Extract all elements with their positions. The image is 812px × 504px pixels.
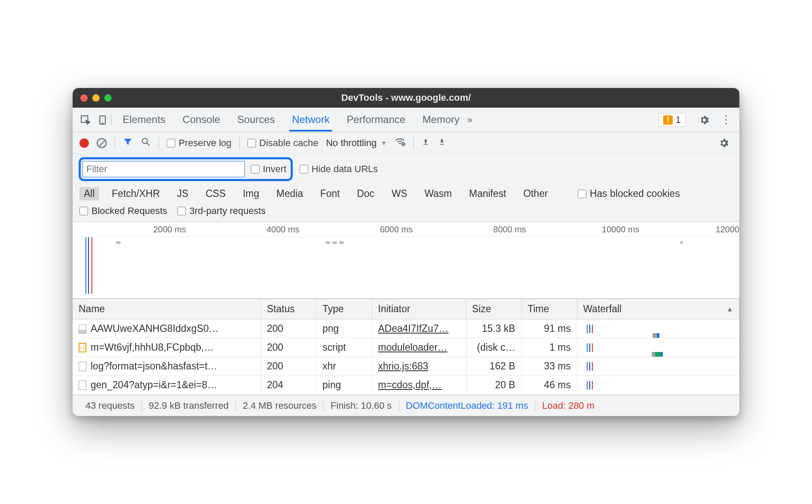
inspect-element-icon[interactable] [77, 114, 94, 126]
table-row[interactable]: <>m=Wt6vjf,hhhU8,FCpbqb,…200scriptmodule… [73, 338, 739, 357]
import-har-icon[interactable] [421, 138, 430, 149]
tab-elements[interactable]: Elements [120, 108, 168, 132]
invert-label: Invert [263, 164, 286, 175]
device-toolbar-icon[interactable] [94, 114, 111, 126]
requests-table: Name Status Type Initiator Size Time Wat… [73, 299, 739, 395]
col-type[interactable]: Type [316, 299, 372, 319]
request-time: 33 ms [521, 357, 577, 376]
type-fetch-xhr[interactable]: Fetch/XHR [108, 187, 164, 200]
settings-icon[interactable] [696, 114, 713, 126]
preserve-log-checkbox[interactable]: Preserve log [167, 138, 232, 149]
svg-rect-7 [440, 144, 444, 145]
tab-performance[interactable]: Performance [344, 108, 408, 132]
filter-toggle-icon[interactable] [123, 137, 133, 149]
status-finish: Finish: 10.60 s [324, 400, 399, 411]
more-tabs-button[interactable]: » [462, 114, 477, 126]
table-row[interactable]: AAWUweXANHG8IddxgS0…200pngADea4I7IfZu7…1… [73, 319, 739, 338]
request-size: 20 B [466, 376, 521, 395]
type-ws[interactable]: WS [387, 187, 412, 200]
issues-badge[interactable]: ! 1 [659, 113, 685, 127]
tick-label: 8000 ms [493, 225, 526, 234]
disable-cache-label: Disable cache [259, 138, 318, 149]
panel-tabs-row: Elements Console Sources Network Perform… [73, 108, 739, 132]
col-name[interactable]: Name [73, 299, 261, 319]
timeline-mark [339, 241, 344, 244]
type-all[interactable]: All [79, 187, 99, 200]
search-icon[interactable] [141, 137, 151, 149]
col-time[interactable]: Time [521, 299, 577, 319]
tab-network[interactable]: Network [289, 108, 332, 132]
type-manifest[interactable]: Manifest [465, 187, 511, 200]
request-status: 204 [261, 376, 316, 395]
request-time: 91 ms [521, 319, 577, 338]
col-initiator[interactable]: Initiator [372, 299, 466, 319]
has-blocked-cookies-checkbox[interactable]: Has blocked cookies [578, 188, 680, 199]
request-waterfall [577, 357, 739, 376]
timeline-mark [332, 241, 337, 244]
status-transferred: 92.9 kB transferred [142, 400, 236, 411]
svg-line-4 [147, 143, 150, 146]
col-status[interactable]: Status [261, 299, 316, 319]
tick-label: 12000 [715, 225, 739, 234]
type-js[interactable]: JS [173, 187, 193, 200]
request-waterfall [577, 376, 739, 395]
third-party-checkbox[interactable]: 3rd-party requests [177, 205, 266, 217]
issues-count: 1 [676, 114, 681, 126]
timeline-mark [680, 241, 683, 244]
request-name: gen_204?atyp=i&r=1&ei=8… [91, 379, 217, 391]
type-font[interactable]: Font [316, 187, 344, 200]
request-initiator[interactable]: m=cdos,dpf,… [378, 379, 442, 390]
disable-cache-checkbox[interactable]: Disable cache [247, 138, 318, 149]
request-time: 46 ms [521, 376, 577, 395]
type-doc[interactable]: Doc [353, 187, 379, 200]
network-action-bar: Preserve log Disable cache No throttling… [73, 132, 739, 154]
invert-checkbox[interactable]: Invert [251, 164, 286, 175]
timeline-marker [91, 237, 92, 294]
svg-point-3 [142, 138, 147, 144]
status-resources: 2.4 MB resources [236, 400, 324, 411]
col-waterfall[interactable]: Waterfall▲ [577, 299, 739, 319]
status-bar: 43 requests 92.9 kB transferred 2.4 MB r… [73, 395, 739, 416]
tab-console[interactable]: Console [180, 108, 223, 132]
export-har-icon[interactable] [438, 138, 446, 149]
blocked-requests-label: Blocked Requests [91, 205, 167, 217]
status-domcontentloaded: DOMContentLoaded: 191 ms [399, 400, 535, 411]
col-size[interactable]: Size [466, 299, 521, 319]
svg-point-5 [402, 143, 405, 146]
filter-input[interactable] [82, 161, 245, 177]
tick-label: 4000 ms [267, 225, 300, 234]
table-header-row: Name Status Type Initiator Size Time Wat… [73, 299, 739, 319]
request-size: 162 B [466, 357, 521, 376]
svg-rect-6 [424, 144, 428, 145]
panel-tabs: Elements Console Sources Network Perform… [120, 108, 462, 132]
tick-label: 2000 ms [153, 225, 186, 234]
tab-memory[interactable]: Memory [420, 108, 462, 132]
type-other[interactable]: Other [519, 187, 552, 200]
type-media[interactable]: Media [272, 187, 308, 200]
request-size: (disk c… [466, 338, 521, 357]
request-initiator[interactable]: ADea4I7IfZu7… [378, 323, 449, 334]
network-conditions-icon[interactable] [394, 136, 406, 150]
file-icon [79, 381, 86, 390]
overview-timeline[interactable]: 2000 ms 4000 ms 6000 ms 8000 ms 10000 ms… [73, 222, 739, 299]
throttling-select[interactable]: No throttling ▼ [326, 138, 387, 149]
image-file-icon [79, 324, 86, 334]
request-status: 200 [261, 319, 316, 338]
hide-data-urls-checkbox[interactable]: Hide data URLs [300, 164, 378, 175]
tick-label: 10000 ms [602, 225, 639, 234]
kebab-menu-icon[interactable]: ⋮ [717, 113, 735, 126]
tab-sources[interactable]: Sources [235, 108, 277, 132]
third-party-label: 3rd-party requests [189, 205, 266, 217]
request-initiator[interactable]: moduleloader… [378, 342, 447, 353]
blocked-requests-checkbox[interactable]: Blocked Requests [79, 205, 167, 217]
type-css[interactable]: CSS [201, 187, 230, 200]
table-row[interactable]: log?format=json&hasfast=t…200xhrxhrio.js… [73, 357, 739, 376]
clear-button[interactable] [97, 138, 107, 148]
record-button[interactable] [79, 138, 89, 148]
timeline-marker [88, 237, 89, 294]
network-settings-icon[interactable] [715, 138, 733, 149]
type-img[interactable]: Img [238, 187, 263, 200]
type-wasm[interactable]: Wasm [420, 187, 456, 200]
table-row[interactable]: gen_204?atyp=i&r=1&ei=8…204pingm=cdos,dp… [73, 376, 739, 395]
request-initiator[interactable]: xhrio.js:683 [378, 360, 429, 372]
